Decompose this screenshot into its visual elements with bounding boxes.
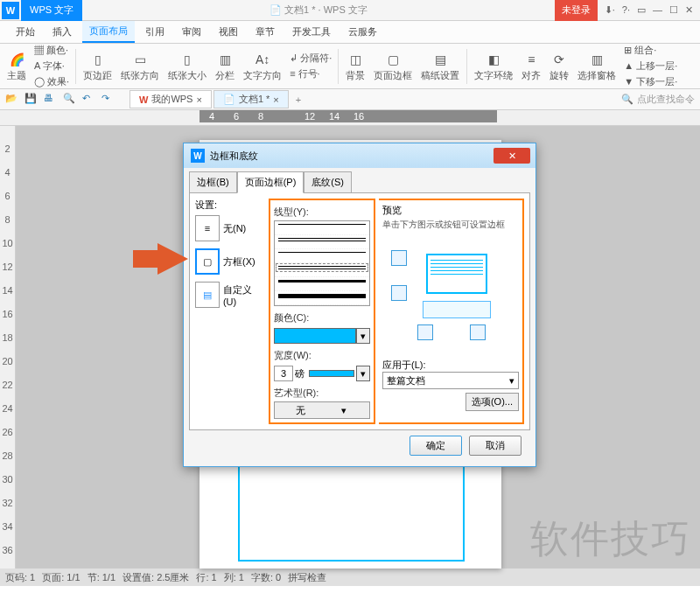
dialog-tab-border[interactable]: 边框(B) [189, 171, 237, 193]
status-spell[interactable]: 拼写检查 [288, 571, 326, 584]
quick-access-bar: 📂 💾 🖶 🔍 ↶ ↷ W我的WPS× 📄文档1 *× + 🔍点此查找命令 [0, 89, 700, 110]
tool-forward[interactable]: ▲ 上移一层· [621, 59, 680, 73]
orient-icon: ▭ [131, 51, 149, 68]
restore-icon[interactable]: ▭ [637, 4, 646, 16]
dialog-tab-page-border[interactable]: 页面边框(P) [237, 171, 304, 193]
width-value[interactable]: 3 [274, 366, 293, 381]
edge-right-button[interactable] [470, 324, 486, 340]
tab-doc1[interactable]: 📄文档1 *× [214, 90, 289, 108]
bg-icon: ◫ [346, 51, 364, 68]
doc-title: 📄文档1 * · WPS 文字 [82, 3, 555, 17]
menu-page-layout[interactable]: 页面布局 [82, 21, 135, 43]
setting-box-icon: ▢ [195, 248, 220, 275]
dialog-close-button[interactable]: ✕ [494, 148, 530, 164]
menu-view[interactable]: 视图 [212, 22, 245, 42]
status-section: 节: 1/1 [88, 571, 116, 584]
dialog-tab-shading[interactable]: 底纹(S) [304, 171, 352, 193]
tool-color[interactable]: ▦ 颜色· [32, 43, 72, 58]
tool-line-no[interactable]: ≡ 行号· [287, 66, 334, 81]
dialog-icon: W [191, 149, 205, 163]
tab-close-icon[interactable]: × [196, 94, 201, 105]
menu-cloud[interactable]: 云服务 [341, 22, 384, 42]
tool-orient[interactable]: ▭纸张方向 [117, 49, 163, 84]
columns-icon: ▥ [216, 51, 234, 68]
selpane-icon: ▥ [588, 51, 606, 68]
tool-font[interactable]: A 字体· [32, 59, 72, 73]
login-button[interactable]: 未登录 [555, 0, 598, 21]
tab-mywps[interactable]: W我的WPS× [130, 90, 212, 108]
color-swatch [274, 328, 356, 344]
tool-bg[interactable]: ◫背景 [342, 49, 368, 84]
line-style-list[interactable] [274, 220, 370, 306]
maximize-icon[interactable]: ☐ [669, 4, 678, 16]
setting-none[interactable]: ≡无(N) [195, 215, 265, 241]
tool-effect[interactable]: ◯ 效果· [32, 74, 72, 89]
menu-reference[interactable]: 引用 [138, 22, 172, 42]
minimize-icon[interactable]: — [653, 4, 662, 16]
style-column: 线型(Y): 颜色(C): ▾ 宽度(W): 3 磅 [269, 199, 375, 424]
dialog-title-bar[interactable]: W 边框和底纹 ✕ [184, 143, 536, 168]
tab-close-icon[interactable]: × [273, 94, 278, 105]
preview-icon[interactable]: 🔍 [63, 93, 77, 107]
menu-chapter[interactable]: 章节 [248, 22, 282, 42]
art-select[interactable]: 无▾ [274, 401, 370, 419]
dialog-title: 边框和底纹 [210, 150, 258, 163]
color-label: 颜色(C): [274, 311, 370, 324]
edge-left-button[interactable] [417, 324, 433, 340]
help-icon[interactable]: ?· [622, 4, 630, 16]
text-dir-icon: A↕ [254, 51, 271, 68]
border-preview [382, 233, 519, 355]
status-chars: 字数: 0 [251, 571, 281, 584]
print-icon[interactable]: 🖶 [44, 93, 58, 107]
tool-theme[interactable]: 🌈主题 [4, 49, 30, 84]
tool-rotate[interactable]: ⟳旋转 [546, 49, 572, 84]
menu-bar: 开始 插入 页面布局 引用 审阅 视图 章节 开发工具 云服务 [0, 21, 700, 44]
status-bar: 页码: 1 页面: 1/1 节: 1/1 设置值: 2.5厘米 行: 1 列: … [0, 569, 700, 586]
tool-page-border[interactable]: ▢页面边框 [370, 49, 416, 84]
redo-icon[interactable]: ↷ [102, 93, 116, 107]
menu-insert[interactable]: 插入 [46, 22, 79, 42]
width-picker[interactable]: 3 磅 ▾ [274, 366, 370, 381]
app-name: WPS 文字 [21, 0, 82, 21]
tool-text-dir[interactable]: A↕文字方向 [240, 49, 285, 84]
ok-button[interactable]: 确定 [410, 436, 462, 456]
color-dropdown-icon[interactable]: ▾ [356, 328, 370, 344]
apply-select[interactable]: 整篇文档▾ [382, 372, 519, 389]
menu-dev[interactable]: 开发工具 [285, 22, 338, 42]
settings-icon[interactable]: ⬇· [605, 4, 615, 16]
tool-selpane[interactable]: ▥选择窗格 [574, 49, 620, 84]
tool-stationery[interactable]: ▤稿纸设置 [417, 49, 463, 84]
search-hint[interactable]: 🔍点此查找命令 [621, 93, 695, 106]
edge-bottom-button[interactable] [391, 285, 407, 301]
border-shading-dialog: W 边框和底纹 ✕ 边框(B) 页面边框(P) 底纹(S) 设置: ≡无(N) … [183, 143, 536, 467]
setting-custom[interactable]: ▤自定义(U) [195, 282, 265, 308]
edge-top-button[interactable] [391, 250, 407, 266]
options-button[interactable]: 选项(O)... [466, 393, 519, 411]
tool-align[interactable]: ≡对齐 [518, 49, 544, 84]
tool-size[interactable]: ▯纸张大小 [164, 49, 210, 84]
tool-group-btn[interactable]: ⊞ 组合· [621, 43, 680, 58]
cancel-button[interactable]: 取消 [469, 436, 522, 456]
open-icon[interactable]: 📂 [5, 93, 19, 107]
preview-label: 预览 [382, 204, 519, 217]
search-icon: 🔍 [621, 94, 634, 105]
color-picker[interactable]: ▾ [274, 328, 370, 344]
save-icon[interactable]: 💾 [24, 93, 38, 107]
setting-box[interactable]: ▢方框(X) [195, 248, 265, 275]
tool-wrap[interactable]: ◧文字环绕 [471, 49, 516, 84]
rotate-icon: ⟳ [550, 51, 568, 68]
tool-columns[interactable]: ▥分栏 [212, 49, 238, 84]
tool-margin[interactable]: ▯页边距 [80, 49, 116, 84]
new-tab-icon[interactable]: + [290, 94, 306, 105]
menu-review[interactable]: 审阅 [175, 22, 208, 42]
menu-start[interactable]: 开始 [9, 22, 42, 42]
preview-hint: 单击下方图示或按钮可设置边框 [382, 219, 519, 231]
style-label: 线型(Y): [274, 206, 370, 219]
chevron-down-icon: ▾ [509, 375, 514, 387]
tool-backward[interactable]: ▼ 下移一层· [621, 74, 680, 89]
tool-break[interactable]: ↲ 分隔符· [287, 51, 334, 66]
title-bar: W WPS 文字 📄文档1 * · WPS 文字 未登录 ⬇· ?· ▭ — ☐… [0, 0, 700, 21]
width-dropdown-icon[interactable]: ▾ [356, 366, 370, 381]
close-icon[interactable]: ✕ [685, 4, 693, 16]
undo-icon[interactable]: ↶ [82, 93, 96, 107]
